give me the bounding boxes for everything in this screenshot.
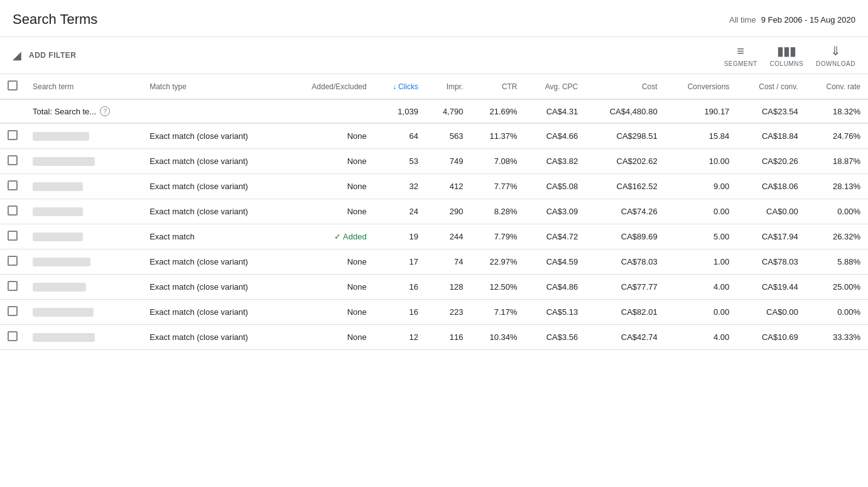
row-ctr: 12.50%	[470, 275, 524, 300]
header-cost-per-conv[interactable]: Cost / conv.	[737, 74, 805, 99]
row-checkbox[interactable]	[8, 281, 18, 291]
row-checkbox[interactable]	[8, 130, 18, 140]
row-cost: CA$77.77	[585, 275, 665, 300]
row-checkbox-cell[interactable]	[0, 275, 25, 300]
row-impr: 223	[426, 300, 471, 325]
row-cost: CA$74.26	[585, 199, 665, 224]
header-clicks[interactable]: ↓Clicks	[374, 74, 426, 99]
info-icon[interactable]: ?	[100, 106, 110, 116]
row-conversions: 9.00	[665, 174, 737, 199]
total-row-conv-rate: 18.32%	[806, 99, 868, 123]
row-impr: 128	[426, 275, 471, 300]
table-row: ████████Exact match (close variant)None1…	[0, 300, 868, 325]
row-checkbox[interactable]	[8, 205, 18, 216]
row-clicks: 16	[374, 300, 426, 325]
row-checkbox-cell[interactable]	[0, 174, 25, 199]
row-conv-rate: 33.33%	[806, 325, 868, 350]
row-search-term: ████████	[25, 275, 142, 300]
row-added-excluded: ✓ Added	[286, 224, 374, 249]
row-checkbox-cell[interactable]	[0, 199, 25, 224]
row-clicks: 19	[374, 224, 426, 249]
row-impr: 116	[426, 325, 471, 350]
row-ctr: 10.34%	[470, 325, 524, 350]
total-row-label: Total: Search te... ?	[25, 99, 142, 123]
header-checkbox-cell[interactable]	[0, 74, 25, 99]
download-label: DOWNLOAD	[816, 60, 855, 67]
total-row-checkbox-cell	[0, 99, 25, 123]
table-header-row: Search term Match type Added/Excluded ↓C…	[0, 74, 868, 99]
add-filter-button[interactable]: ADD FILTER	[29, 51, 76, 60]
row-match-type: Exact match (close variant)	[142, 300, 286, 325]
row-clicks: 17	[374, 249, 426, 275]
row-checkbox[interactable]	[8, 155, 18, 165]
row-conversions: 10.00	[665, 149, 737, 174]
row-checkbox[interactable]	[8, 306, 18, 316]
row-match-type: Exact match (close variant)	[142, 149, 286, 174]
total-row: Total: Search te... ? 1,039 4,790 21.69%…	[0, 99, 868, 123]
row-checkbox-cell[interactable]	[0, 325, 25, 350]
row-checkbox[interactable]	[8, 231, 18, 241]
header-ctr[interactable]: CTR	[470, 74, 524, 99]
row-checkbox-cell[interactable]	[0, 249, 25, 275]
filter-icon: ◢	[13, 48, 21, 62]
download-button[interactable]: ⇓ DOWNLOAD	[816, 43, 855, 67]
row-checkbox-cell[interactable]	[0, 300, 25, 325]
row-cost-per-conv: CA$18.06	[737, 174, 805, 199]
row-avg-cpc: CA$4.72	[525, 224, 586, 249]
row-cost-per-conv: CA$0.00	[737, 300, 805, 325]
table-row: ████████Exact match (close variant)None3…	[0, 174, 868, 199]
row-conversions: 5.00	[665, 224, 737, 249]
select-all-checkbox[interactable]	[8, 80, 18, 90]
row-match-type: Exact match	[142, 224, 286, 249]
row-checkbox-cell[interactable]	[0, 123, 25, 149]
row-cost-per-conv: CA$78.03	[737, 249, 805, 275]
header-added-excluded: Added/Excluded	[286, 74, 374, 99]
row-avg-cpc: CA$5.08	[525, 174, 586, 199]
row-conversions: 0.00	[665, 199, 737, 224]
total-row-avg-cpc: CA$4.31	[525, 99, 586, 123]
row-checkbox[interactable]	[8, 256, 18, 266]
row-ctr: 8.28%	[470, 199, 524, 224]
header-conv-rate[interactable]: Conv. rate	[806, 74, 868, 99]
toolbar: ◢ ADD FILTER ≡ SEGMENT ▮▮▮ COLUMNS ⇓ DOW…	[0, 37, 868, 74]
header-avg-cpc[interactable]: Avg. CPC	[525, 74, 586, 99]
row-match-type: Exact match (close variant)	[142, 174, 286, 199]
header-cost[interactable]: Cost	[585, 74, 665, 99]
row-checkbox-cell[interactable]	[0, 224, 25, 249]
row-added-excluded: None	[286, 174, 374, 199]
segment-button[interactable]: ≡ SEGMENT	[724, 44, 757, 67]
row-ctr: 7.08%	[470, 149, 524, 174]
total-row-impr: 4,790	[426, 99, 471, 123]
row-ctr: 22.97%	[470, 249, 524, 275]
row-impr: 290	[426, 199, 471, 224]
search-terms-table: Search term Match type Added/Excluded ↓C…	[0, 74, 868, 350]
row-ctr: 11.37%	[470, 123, 524, 149]
row-cost: CA$162.52	[585, 174, 665, 199]
row-match-type: Exact match (close variant)	[142, 275, 286, 300]
row-cost-per-conv: CA$19.44	[737, 275, 805, 300]
row-checkbox[interactable]	[8, 180, 18, 190]
row-impr: 563	[426, 123, 471, 149]
columns-label: COLUMNS	[770, 60, 804, 67]
header-impr[interactable]: Impr.	[426, 74, 471, 99]
row-cost-per-conv: CA$0.00	[737, 199, 805, 224]
row-clicks: 53	[374, 149, 426, 174]
table-row: ████████Exact match (close variant)None1…	[0, 249, 868, 275]
row-search-term: ████████	[25, 325, 142, 350]
row-added-excluded: None	[286, 149, 374, 174]
row-search-term: ████████	[25, 123, 142, 149]
row-ctr: 7.79%	[470, 224, 524, 249]
columns-icon: ▮▮▮	[777, 43, 796, 58]
header-search-term: Search term	[25, 74, 142, 99]
row-conversions: 4.00	[665, 275, 737, 300]
row-conv-rate: 5.88%	[806, 249, 868, 275]
table-row: ████████Exact match (close variant)None5…	[0, 149, 868, 174]
row-added-excluded: None	[286, 249, 374, 275]
columns-button[interactable]: ▮▮▮ COLUMNS	[770, 43, 804, 67]
row-match-type: Exact match (close variant)	[142, 249, 286, 275]
row-checkbox[interactable]	[8, 331, 18, 341]
header-conversions[interactable]: Conversions	[665, 74, 737, 99]
row-clicks: 12	[374, 325, 426, 350]
row-checkbox-cell[interactable]	[0, 149, 25, 174]
row-clicks: 24	[374, 199, 426, 224]
